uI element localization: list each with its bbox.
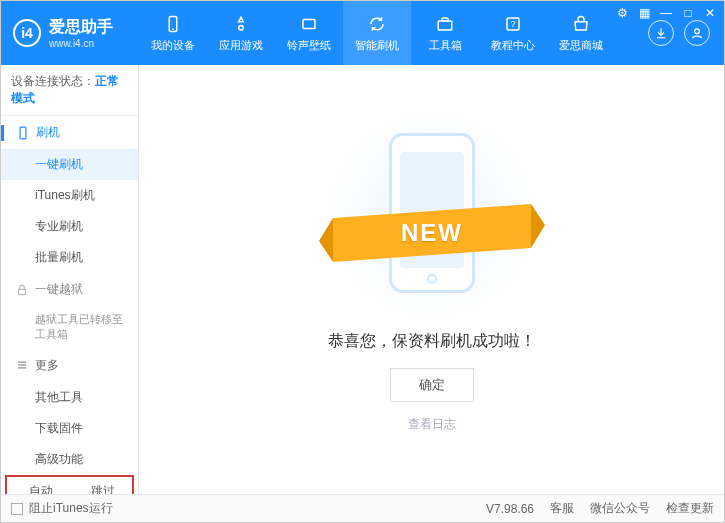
sidebar-item-batch-flash[interactable]: 批量刷机 — [1, 242, 138, 273]
success-message: 恭喜您，保资料刷机成功啦！ — [328, 331, 536, 352]
section-more[interactable]: 更多 — [1, 349, 138, 382]
app-logo-icon: i4 — [13, 19, 41, 47]
sidebar-item-other-tools[interactable]: 其他工具 — [1, 382, 138, 413]
main-panel: NEW 恭喜您，保资料刷机成功啦！ 确定 查看日志 — [139, 65, 724, 494]
store-icon — [571, 14, 591, 34]
footer: 阻止iTunes运行 V7.98.66 客服 微信公众号 检查更新 — [1, 494, 724, 522]
connection-status: 设备连接状态：正常模式 — [1, 65, 138, 116]
app-url: www.i4.cn — [49, 38, 113, 49]
nav-apps[interactable]: 应用游戏 — [207, 1, 275, 65]
svg-rect-3 — [303, 19, 315, 28]
refresh-icon — [367, 14, 387, 34]
maximize-button[interactable]: □ — [680, 5, 696, 21]
sidebar-item-pro-flash[interactable]: 专业刷机 — [1, 211, 138, 242]
phone-icon — [16, 126, 30, 140]
body: 设备连接状态：正常模式 刷机 一键刷机 iTunes刷机 专业刷机 批量刷机 一… — [1, 65, 724, 494]
block-itunes-checkbox[interactable]: 阻止iTunes运行 — [11, 500, 113, 517]
svg-point-8 — [695, 29, 700, 34]
nav-store[interactable]: 爱思商城 — [547, 1, 615, 65]
toolbox-icon — [435, 14, 455, 34]
svg-point-2 — [239, 25, 244, 30]
sidebar-item-oneclick-flash[interactable]: 一键刷机 — [1, 149, 138, 180]
jailbreak-note: 越狱工具已转移至工具箱 — [1, 306, 138, 349]
help-icon: ? — [503, 14, 523, 34]
nav-flash[interactable]: 智能刷机 — [343, 1, 411, 65]
wallpaper-icon — [299, 14, 319, 34]
view-log-link[interactable]: 查看日志 — [408, 416, 456, 433]
navbar: 我的设备 应用游戏 铃声壁纸 智能刷机 工具箱 ?教程中心 爱思商城 — [139, 1, 648, 65]
app-window: i4 爱思助手 www.i4.cn 我的设备 应用游戏 铃声壁纸 智能刷机 工具… — [0, 0, 725, 523]
minimize-button[interactable]: — — [658, 5, 674, 21]
svg-rect-5 — [442, 18, 448, 21]
svg-rect-4 — [438, 21, 452, 30]
check-update-link[interactable]: 检查更新 — [666, 500, 714, 517]
sidebar-item-advanced[interactable]: 高级功能 — [1, 444, 138, 475]
wechat-link[interactable]: 微信公众号 — [590, 500, 650, 517]
ok-button[interactable]: 确定 — [390, 368, 474, 402]
phone-icon — [163, 14, 183, 34]
nav-ringtones[interactable]: 铃声壁纸 — [275, 1, 343, 65]
success-illustration: NEW — [347, 125, 517, 305]
customer-service-link[interactable]: 客服 — [550, 500, 574, 517]
close-button[interactable]: ✕ — [702, 5, 718, 21]
sidebar: 设备连接状态：正常模式 刷机 一键刷机 iTunes刷机 专业刷机 批量刷机 一… — [1, 65, 139, 494]
menu-icon — [15, 358, 29, 372]
lock-icon — [15, 283, 29, 297]
section-jailbreak: 一键越狱 — [1, 273, 138, 306]
sidebar-item-itunes-flash[interactable]: iTunes刷机 — [1, 180, 138, 211]
app-name: 爱思助手 — [49, 17, 113, 38]
svg-rect-9 — [20, 127, 26, 139]
svg-rect-10 — [19, 289, 26, 294]
version-label: V7.98.66 — [486, 502, 534, 516]
logo-area: i4 爱思助手 www.i4.cn — [1, 1, 139, 65]
window-controls: ⚙ ▦ — □ ✕ — [614, 5, 718, 21]
skip-setup-checkbox[interactable]: ✓跳过向导 — [77, 483, 125, 494]
titlebar: i4 爱思助手 www.i4.cn 我的设备 应用游戏 铃声壁纸 智能刷机 工具… — [1, 1, 724, 65]
auto-activate-checkbox[interactable]: ✓自动激活 — [15, 483, 63, 494]
sidebar-item-download-firmware[interactable]: 下载固件 — [1, 413, 138, 444]
nav-my-device[interactable]: 我的设备 — [139, 1, 207, 65]
account-button[interactable] — [684, 20, 710, 46]
highlighted-options: ✓自动激活 ✓跳过向导 — [5, 475, 134, 494]
nav-tutorials[interactable]: ?教程中心 — [479, 1, 547, 65]
apps-icon — [231, 14, 251, 34]
svg-text:?: ? — [510, 19, 515, 29]
section-flash[interactable]: 刷机 — [1, 116, 138, 149]
download-button[interactable] — [648, 20, 674, 46]
settings-icon[interactable]: ⚙ — [614, 5, 630, 21]
nav-toolbox[interactable]: 工具箱 — [411, 1, 479, 65]
checkbox-unchecked-icon — [11, 503, 23, 515]
layout-icon[interactable]: ▦ — [636, 5, 652, 21]
